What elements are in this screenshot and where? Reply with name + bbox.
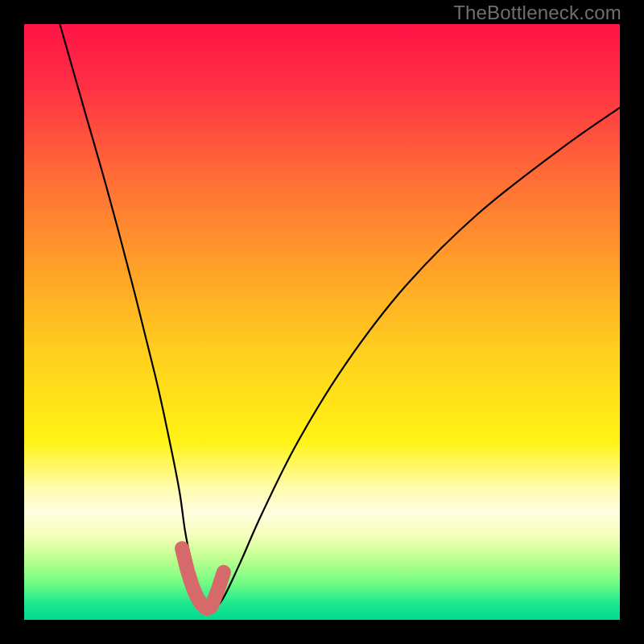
plot-area [24, 24, 620, 620]
chart-canvas [24, 24, 620, 620]
watermark-text: TheBottleneck.com [453, 2, 621, 24]
gradient-background [24, 24, 620, 620]
